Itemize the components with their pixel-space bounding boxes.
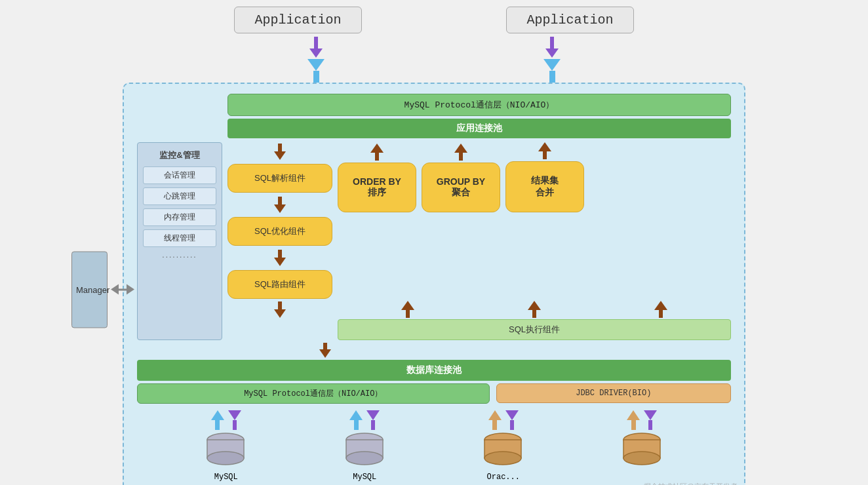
main-container: Manager MySQL Protocol通信层（NIO/AIO） 应用连接池… [123, 83, 745, 485]
left-top-arrow [307, 37, 325, 83]
sql-execute-bar: SQL执行组件 [338, 319, 731, 340]
db-cylinder-mysql2 [344, 432, 386, 471]
monitor-item-2: 心跳管理 [143, 187, 216, 205]
svg-point-5 [346, 452, 383, 465]
db-cylinder-mysql1 [205, 432, 247, 471]
db-cylinder-oracle2 [621, 432, 663, 471]
db-cylinder-oracle1 [482, 432, 524, 471]
jdbc-driver-box: JDBC DRIVER(BIO) [496, 383, 731, 403]
sql-route-box: SQL路由组件 [227, 270, 332, 299]
svg-point-8 [484, 452, 521, 465]
monitor-dots: .......... [143, 250, 216, 260]
group-by-box: GROUP BY 聚合 [422, 163, 500, 212]
manager-box: Manager [71, 251, 108, 328]
svg-point-11 [623, 452, 660, 465]
protocol-top-bar: MySQL Protocol通信层（NIO/AIO） [227, 94, 731, 116]
monitor-item-4: 线程管理 [143, 229, 216, 247]
mysql2-label: MySQL [353, 473, 376, 482]
order-by-box: ORDER BY 排序 [338, 163, 416, 212]
connection-pool-top: 应用连接池 [227, 119, 731, 138]
diagram-container: Application Application [73, 7, 795, 478]
svg-point-2 [207, 452, 244, 465]
sql-parse-box: SQL解析组件 [227, 164, 332, 193]
oracle-label: Orac... [487, 473, 520, 482]
app-box-right: Application [506, 7, 633, 33]
result-merge-box: 结果集 合并 [505, 161, 584, 212]
monitor-item-1: 会话管理 [143, 166, 216, 184]
protocol-bottom-bar: MySQL Protocol通信层（NIO/AIO） [137, 383, 490, 404]
mysql1-label: MySQL [214, 473, 238, 482]
watermark: 掘金技术社区@京东天开发者 [644, 482, 738, 485]
monitor-item-3: 内存管理 [143, 208, 216, 226]
monitor-box: 监控&管理 会话管理 心跳管理 内存管理 线程管理 .......... [137, 142, 222, 340]
sql-optimize-box: SQL优化组件 [227, 217, 332, 246]
app-box-left: Application [234, 7, 361, 33]
db-pool-bar: 数据库连接池 [137, 360, 731, 381]
monitor-title: 监控&管理 [143, 149, 216, 161]
right-top-arrow [543, 37, 561, 83]
